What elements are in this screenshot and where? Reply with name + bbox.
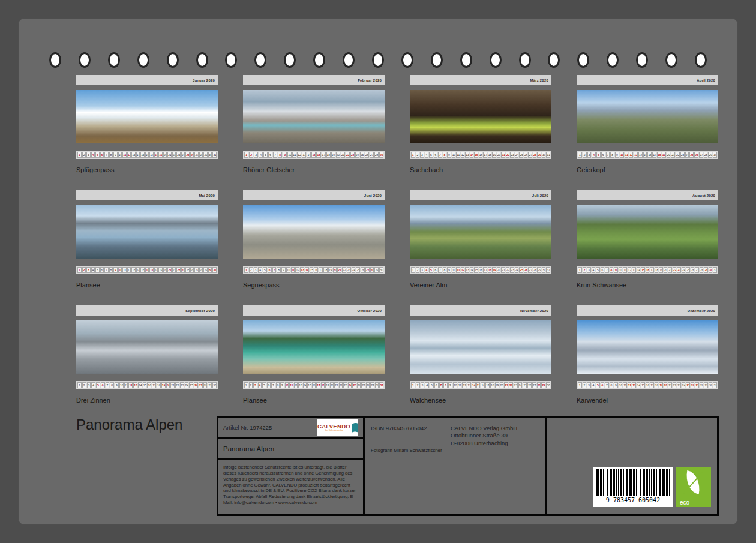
month-photo: [76, 205, 218, 259]
day-cell: 21: [668, 267, 672, 273]
day-cell: 7: [271, 382, 275, 388]
day-cell: 31: [212, 267, 217, 273]
binding-hole: [636, 52, 648, 68]
date-strip: 1234567891011121314151617181920212223242…: [410, 381, 551, 389]
month-cell: September 2020 1234567891011121314151617…: [76, 305, 218, 421]
day-cell: 8: [443, 267, 447, 273]
leaf-icon: [683, 470, 703, 494]
month-cell: Oktober 2020 123456789101112131415161718…: [243, 305, 385, 421]
month-cell: Dezember 2020 12345678910111213141516171…: [577, 305, 718, 421]
calvendo-logo-text: CALVENDO Der Kalenderverlag: [317, 424, 350, 432]
calvendo-tagline: Der Kalenderverlag: [325, 430, 343, 432]
date-strip: 1234567891011121314151617181920212223242…: [577, 381, 718, 389]
publisher-street: Ottobrunner Straße 39: [451, 432, 517, 439]
day-cell: 11: [124, 382, 128, 388]
day-cell: 6: [601, 382, 605, 388]
month-header-strip: Oktober 2020: [243, 305, 385, 316]
month-label: September 2020: [185, 309, 215, 313]
day-cell: 24: [181, 152, 185, 158]
month-cell: Februar 2020 123456789101112131415161718…: [243, 75, 385, 190]
day-cell: 21: [668, 382, 672, 388]
day-cell: 18: [488, 152, 492, 158]
day-cell: 16: [646, 382, 650, 388]
day-cell: 31: [379, 382, 383, 388]
day-cell: 11: [623, 382, 627, 388]
binding-hole: [665, 52, 677, 68]
day-cell: 27: [194, 267, 199, 273]
binding-hole: [372, 52, 384, 68]
day-cell: 22: [506, 152, 510, 158]
day-cell: 7: [439, 382, 443, 388]
month-cell: April 2020 12345678910111213141516171819…: [577, 75, 718, 190]
calvendo-wordmark: CALVENDO: [317, 424, 350, 430]
day-cell: 25: [360, 152, 364, 158]
day-cell: 17: [652, 152, 656, 158]
day-cell: 28: [366, 382, 370, 388]
binding-hole: [490, 52, 502, 68]
day-cell: 26: [524, 152, 528, 158]
legal-text: Infolge bestehender Schutzrechte ist es …: [218, 460, 363, 514]
day-cell: 23: [347, 267, 351, 273]
day-cell: 3: [420, 152, 424, 158]
day-cell: 17: [149, 152, 154, 158]
day-cell: 24: [181, 267, 185, 273]
month-label: Januar 2020: [193, 79, 215, 82]
day-cell: 9: [614, 267, 618, 273]
day-cell: 20: [497, 267, 501, 273]
day-cell: 27: [695, 382, 699, 388]
day-cell: 18: [157, 382, 161, 388]
day-cell: 5: [95, 152, 100, 158]
day-cell: 27: [370, 152, 374, 158]
day-cell: 5: [596, 152, 601, 158]
day-cell: 25: [519, 267, 523, 273]
day-cell: 20: [163, 267, 167, 273]
day-cell: 20: [330, 382, 334, 388]
publisher-city: D-82008 Unterhaching: [451, 440, 517, 447]
day-cell: 25: [689, 152, 694, 158]
day-cell: 21: [334, 382, 338, 388]
day-cell: 28: [704, 152, 708, 158]
day-cell: 2: [249, 382, 253, 388]
month-cell: März 2020 123456789101112131415161718192…: [410, 75, 551, 190]
day-cell: 21: [501, 152, 505, 158]
day-cell: 23: [677, 267, 681, 273]
day-cell: 17: [650, 267, 654, 273]
day-cell: 23: [510, 267, 514, 273]
day-cell: 14: [305, 267, 309, 273]
month-header-strip: Dezember 2020: [577, 305, 718, 316]
day-cell: 8: [109, 152, 113, 158]
day-cell: 29: [537, 267, 541, 273]
day-cell: 29: [541, 382, 545, 388]
day-cell: 11: [122, 152, 127, 158]
day-cell: 21: [504, 382, 508, 388]
day-cell: 6: [100, 267, 104, 273]
day-cell: 19: [158, 267, 163, 273]
day-cell: 13: [131, 152, 136, 158]
day-cell: 19: [662, 152, 666, 158]
day-cell: 25: [352, 382, 356, 388]
day-cell: 4: [259, 152, 263, 158]
day-cell: 22: [673, 382, 677, 388]
date-strip: 1234567891011121314151617181920212223242…: [243, 151, 385, 159]
day-cell: 29: [203, 152, 208, 158]
day-cell: 2: [82, 152, 86, 158]
day-cell: 16: [314, 267, 318, 273]
day-cell: 10: [619, 382, 623, 388]
day-cell: 14: [470, 267, 474, 273]
binding-hole: [225, 52, 237, 68]
month-caption: Rhöner Gletscher: [243, 166, 385, 173]
month-photo: [243, 205, 385, 259]
day-cell: 4: [592, 382, 596, 388]
month-cell: August 2020 1234567891011121314151617181…: [577, 190, 718, 305]
month-caption: Segnespass: [243, 281, 385, 289]
day-cell: 29: [379, 152, 383, 158]
day-cell: 30: [542, 267, 546, 273]
months-grid: Januar 2020 1234567891011121314151617181…: [76, 75, 718, 421]
day-cell: 6: [100, 152, 104, 158]
day-cell: 10: [285, 382, 289, 388]
day-cell: 14: [638, 152, 643, 158]
binding-hole: [49, 52, 61, 68]
day-cell: 9: [448, 382, 452, 388]
day-cell: 28: [199, 152, 203, 158]
day-cell: 9: [113, 267, 118, 273]
